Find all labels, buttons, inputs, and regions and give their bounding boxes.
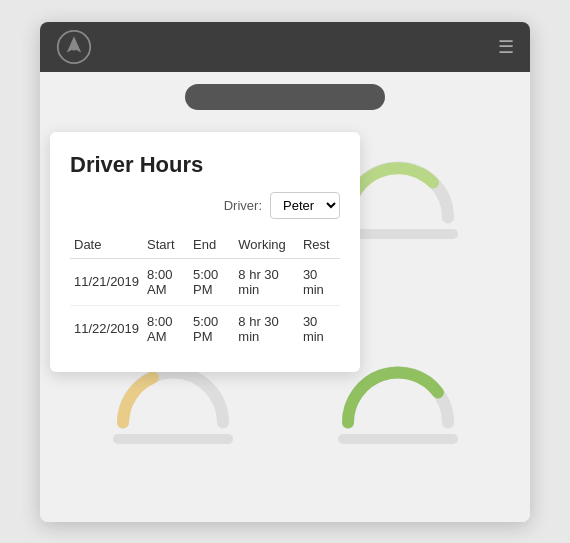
col-date: Date <box>70 231 143 259</box>
hours-table: Date Start End Working Rest 11/21/2019 8… <box>70 231 340 352</box>
table-header-row: Date Start End Working Rest <box>70 231 340 259</box>
col-rest: Rest <box>299 231 340 259</box>
app-logo-icon <box>56 29 92 65</box>
driver-label: Driver: <box>224 198 262 213</box>
gauge-bar-bottom-left <box>113 434 233 444</box>
col-end: End <box>189 231 234 259</box>
cell-end-1: 5:00 PM <box>189 305 234 352</box>
driver-hours-dialog: Driver Hours Driver: Peter John Mary Dat… <box>50 132 360 372</box>
browser-window: ☰ <box>40 22 530 522</box>
dialog-title: Driver Hours <box>70 152 340 178</box>
table-row: 11/22/2019 8:00 AM 5:00 PM 8 hr 30 min 3… <box>70 305 340 352</box>
cell-start-1: 8:00 AM <box>143 305 189 352</box>
cell-rest-1: 30 min <box>299 305 340 352</box>
cell-start-0: 8:00 AM <box>143 258 189 305</box>
browser-content: Driver Hours Driver: Peter John Mary Dat… <box>40 72 530 522</box>
cell-rest-0: 30 min <box>299 258 340 305</box>
col-start: Start <box>143 231 189 259</box>
table-row: 11/21/2019 8:00 AM 5:00 PM 8 hr 30 min 3… <box>70 258 340 305</box>
browser-toolbar: ☰ <box>40 22 530 72</box>
cell-working-1: 8 hr 30 min <box>234 305 299 352</box>
cell-date-1: 11/22/2019 <box>70 305 143 352</box>
driver-selector-row: Driver: Peter John Mary <box>70 192 340 219</box>
col-working: Working <box>234 231 299 259</box>
address-bar <box>185 84 385 110</box>
gauge-bar-bottom-right <box>338 434 458 444</box>
driver-select[interactable]: Peter John Mary <box>270 192 340 219</box>
svg-point-1 <box>70 43 77 50</box>
cell-date-0: 11/21/2019 <box>70 258 143 305</box>
cell-end-0: 5:00 PM <box>189 258 234 305</box>
cell-working-0: 8 hr 30 min <box>234 258 299 305</box>
hamburger-icon[interactable]: ☰ <box>498 36 514 58</box>
